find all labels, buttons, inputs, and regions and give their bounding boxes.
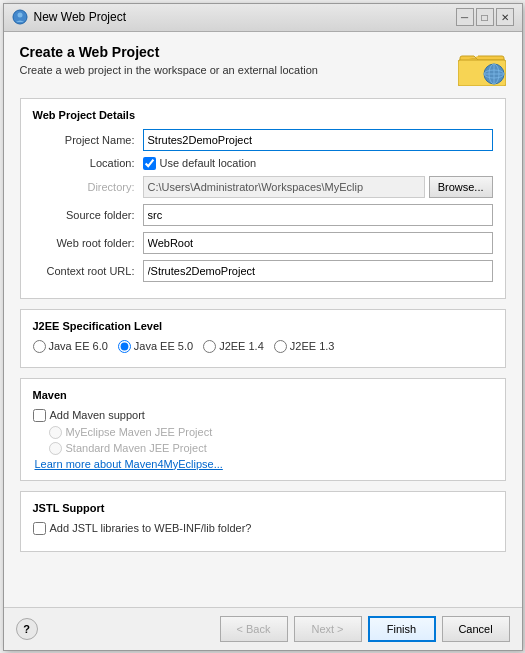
add-jstl-row: Add JSTL libraries to WEB-INF/lib folder…: [33, 522, 493, 535]
project-details-section: Web Project Details Project Name: Locati…: [20, 98, 506, 299]
close-button[interactable]: ✕: [496, 8, 514, 26]
context-root-input[interactable]: [143, 260, 493, 282]
browse-button[interactable]: Browse...: [429, 176, 493, 198]
java-ee-60-label: Java EE 6.0: [49, 340, 108, 352]
project-name-input[interactable]: [143, 129, 493, 151]
standard-maven-radio[interactable]: [49, 442, 62, 455]
header-section: Create a Web Project Create a web projec…: [20, 44, 506, 86]
window-icon: [12, 9, 28, 25]
title-bar-buttons: ─ □ ✕: [456, 8, 514, 26]
myeclipse-maven-label: MyEclipse Maven JEE Project: [66, 426, 213, 438]
j2ee-14-label: J2EE 1.4: [219, 340, 264, 352]
j2ee-section: J2EE Specification Level Java EE 6.0 Jav…: [20, 309, 506, 368]
maximize-button[interactable]: □: [476, 8, 494, 26]
use-default-location-checkbox[interactable]: [143, 157, 156, 170]
j2ee-13-radio[interactable]: [274, 340, 287, 353]
web-root-input[interactable]: [143, 232, 493, 254]
source-folder-input[interactable]: [143, 204, 493, 226]
web-root-label: Web root folder:: [33, 237, 143, 249]
next-button[interactable]: Next >: [294, 616, 362, 642]
j2ee-section-title: J2EE Specification Level: [33, 320, 493, 332]
add-maven-checkbox[interactable]: [33, 409, 46, 422]
j2ee-13-label: J2EE 1.3: [290, 340, 335, 352]
dialog-subtitle: Create a web project in the workspace or…: [20, 64, 318, 76]
java-ee-50-label: Java EE 5.0: [134, 340, 193, 352]
j2ee-13-option: J2EE 1.3: [274, 340, 335, 353]
minimize-button[interactable]: ─: [456, 8, 474, 26]
myeclipse-maven-radio[interactable]: [49, 426, 62, 439]
help-button[interactable]: ?: [16, 618, 38, 640]
java-ee-50-radio[interactable]: [118, 340, 131, 353]
java-ee-60-radio[interactable]: [33, 340, 46, 353]
svg-point-1: [17, 13, 22, 18]
finish-button[interactable]: Finish: [368, 616, 436, 642]
add-jstl-checkbox[interactable]: [33, 522, 46, 535]
source-folder-label: Source folder:: [33, 209, 143, 221]
j2ee-14-radio[interactable]: [203, 340, 216, 353]
add-maven-row: Add Maven support: [33, 409, 493, 422]
maven-section: Maven Add Maven support MyEclipse Maven …: [20, 378, 506, 481]
maven-section-title: Maven: [33, 389, 493, 401]
main-window: New Web Project ─ □ ✕ Create a Web Proje…: [3, 3, 523, 651]
directory-label: Directory:: [33, 181, 143, 193]
location-label: Location:: [33, 157, 143, 169]
cancel-button[interactable]: Cancel: [442, 616, 510, 642]
context-root-label: Context root URL:: [33, 265, 143, 277]
project-name-label: Project Name:: [33, 134, 143, 146]
title-bar-left: New Web Project: [12, 9, 126, 25]
use-default-location-row: Use default location: [143, 157, 257, 170]
back-button[interactable]: < Back: [220, 616, 288, 642]
location-row: Location: Use default location: [33, 157, 493, 170]
web-root-folder-row: Web root folder:: [33, 232, 493, 254]
project-name-row: Project Name:: [33, 129, 493, 151]
dialog-footer: ? < Back Next > Finish Cancel: [4, 607, 522, 650]
directory-row: Directory: Browse...: [33, 176, 493, 198]
jstl-section-title: JSTL Support: [33, 502, 493, 514]
project-details-title: Web Project Details: [33, 109, 493, 121]
folder-icon: [458, 44, 506, 86]
java-ee-50-option: Java EE 5.0: [118, 340, 193, 353]
directory-input: [143, 176, 425, 198]
standard-maven-option: Standard Maven JEE Project: [49, 442, 493, 455]
dialog-title: Create a Web Project: [20, 44, 318, 60]
jstl-section: JSTL Support Add JSTL libraries to WEB-I…: [20, 491, 506, 552]
standard-maven-label: Standard Maven JEE Project: [66, 442, 207, 454]
title-bar: New Web Project ─ □ ✕: [4, 4, 522, 32]
add-jstl-label: Add JSTL libraries to WEB-INF/lib folder…: [50, 522, 252, 534]
header-text: Create a Web Project Create a web projec…: [20, 44, 318, 76]
learn-more-link[interactable]: Learn more about Maven4MyEclipse...: [35, 458, 493, 470]
j2ee-14-option: J2EE 1.4: [203, 340, 264, 353]
j2ee-radio-group: Java EE 6.0 Java EE 5.0 J2EE 1.4 J2EE 1.…: [33, 340, 493, 353]
source-folder-row: Source folder:: [33, 204, 493, 226]
context-root-row: Context root URL:: [33, 260, 493, 282]
use-default-location-label: Use default location: [160, 157, 257, 169]
footer-buttons: < Back Next > Finish Cancel: [220, 616, 510, 642]
dialog-content: Create a Web Project Create a web projec…: [4, 32, 522, 607]
myeclipse-maven-option: MyEclipse Maven JEE Project: [49, 426, 493, 439]
add-maven-label: Add Maven support: [50, 409, 145, 421]
java-ee-60-option: Java EE 6.0: [33, 340, 108, 353]
title-bar-title: New Web Project: [34, 10, 126, 24]
